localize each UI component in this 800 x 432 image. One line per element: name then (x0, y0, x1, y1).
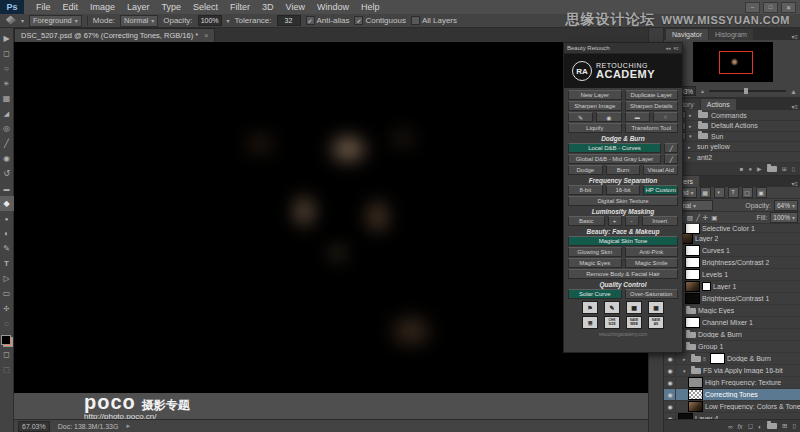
layer-mask-thumbnail[interactable] (685, 257, 700, 268)
dodge-button[interactable]: Dodge (568, 165, 603, 175)
layer-thumbnail[interactable] (688, 377, 703, 388)
foreground-color-swatch[interactable] (1, 335, 11, 345)
layer-thumbnail[interactable] (685, 281, 700, 292)
layers-fill-field[interactable]: 100% (770, 212, 798, 223)
layer-mask-thumbnail[interactable] (702, 282, 711, 291)
over-saturation-button[interactable]: Over-Saturation (625, 289, 679, 299)
visibility-eye-icon[interactable] (665, 401, 676, 412)
glowing-skin-button[interactable]: Glowing Skin (568, 247, 622, 257)
magic-smile-button[interactable]: Magic Smile (625, 258, 679, 268)
save-web-button[interactable]: SAVE WEB (626, 316, 642, 329)
layer-style-fx-icon[interactable] (738, 423, 743, 430)
delete-layer-icon[interactable] (792, 422, 796, 430)
tool-preset-caret-icon[interactable] (21, 16, 24, 25)
expander-icon[interactable] (683, 356, 689, 362)
screen-mode-button[interactable] (0, 362, 14, 377)
status-options-arrow-icon[interactable] (126, 422, 130, 430)
lock-move-icon[interactable] (703, 214, 708, 222)
panel-menu-icon[interactable] (674, 45, 679, 51)
stop-icon[interactable] (740, 166, 744, 172)
magical-skin-tone-button[interactable]: Magical Skin Tone (568, 236, 678, 246)
fs-16bit-button[interactable]: 16-bit (606, 185, 641, 195)
eraser-tool[interactable] (0, 181, 14, 196)
frame-check-button[interactable] (648, 301, 664, 314)
visibility-eye-icon[interactable] (665, 365, 676, 376)
anti-pink-button[interactable]: Anti-Pink (625, 247, 679, 257)
liquify-button[interactable]: Liquify (568, 123, 622, 133)
healing-brush-tool[interactable] (0, 121, 14, 136)
layer-group-row[interactable]: Dodge & Burn (664, 353, 800, 365)
zoom-tool[interactable] (0, 316, 14, 331)
magic-eyes-button[interactable]: Magic Eyes (568, 258, 622, 268)
history-brush-tool[interactable] (0, 166, 14, 181)
mode-dropdown[interactable]: Normal (120, 15, 158, 27)
expander-icon[interactable] (689, 133, 695, 139)
layer-mask-thumbnail[interactable] (685, 269, 700, 280)
menu-view[interactable]: View (280, 0, 311, 14)
lasso-tool-button[interactable] (653, 112, 678, 122)
paint-bucket-tool[interactable] (0, 196, 14, 211)
tab-histogram[interactable]: Histogram (709, 29, 753, 40)
layer-row-selected[interactable]: Correcting Tones (664, 389, 800, 401)
new-layer-button[interactable]: New Layer (568, 90, 622, 100)
image-check-button[interactable] (626, 301, 642, 314)
delete-icon[interactable] (792, 165, 795, 172)
layer-group-row[interactable]: Magic Eyes (664, 305, 800, 317)
type-tool[interactable] (0, 256, 14, 271)
move-tool[interactable] (0, 31, 14, 46)
brush-tool-button[interactable] (568, 112, 593, 122)
lum-plus-button[interactable]: + (608, 216, 622, 226)
new-action-icon[interactable] (782, 165, 787, 172)
document-tab[interactable]: DSC_5207.psd @ 67% (Correcting Tones, RG… (14, 28, 215, 42)
panel-menu-icon[interactable] (791, 103, 800, 110)
menu-image[interactable]: Image (84, 0, 121, 14)
menu-edit[interactable]: Edit (57, 0, 85, 14)
eyedropper-tool[interactable] (0, 106, 14, 121)
quick-mask-mode-button[interactable] (0, 347, 14, 362)
canvas[interactable] (14, 42, 648, 393)
hand-tool[interactable] (0, 301, 14, 316)
flatten-layers-button[interactable] (582, 316, 598, 329)
record-icon[interactable] (748, 166, 752, 172)
add-mask-icon[interactable] (748, 422, 753, 430)
navigator-view-rectangle[interactable] (719, 51, 753, 74)
zoom-in-mountain-icon[interactable]: ▲ (790, 88, 797, 95)
digital-skin-texture-button[interactable]: Digital Skin Texture (568, 196, 678, 206)
dodge-tool[interactable] (0, 226, 14, 241)
menu-3d[interactable]: 3D (256, 0, 280, 14)
menu-filter[interactable]: Filter (224, 0, 256, 14)
lock-all-icon[interactable] (711, 214, 717, 222)
tab-navigator[interactable]: Navigator (666, 29, 708, 40)
layer-thumbnail[interactable] (688, 389, 703, 400)
layer-row[interactable]: Brightness/Contrast 1 (664, 293, 800, 305)
lock-transparency-icon[interactable] (687, 214, 693, 222)
check-size-button[interactable]: CHK SIZE (604, 316, 620, 329)
sharpen-details-button[interactable]: Sharpen Details (625, 101, 679, 111)
filter-type-layers-icon[interactable] (728, 187, 739, 198)
layer-row[interactable]: Curves 1 (664, 245, 800, 257)
lasso-tool[interactable] (0, 61, 14, 76)
transform-tool-button[interactable]: Transform Tool (625, 123, 679, 133)
new-adjustment-layer-icon[interactable] (758, 423, 762, 430)
visibility-eye-icon[interactable] (665, 389, 676, 400)
lum-minus-button[interactable]: - (625, 216, 639, 226)
visibility-eye-icon[interactable] (665, 377, 676, 388)
layer-row[interactable]: Brightness/Contrast 2 (664, 257, 800, 269)
filter-adjustment-layers-icon[interactable] (714, 187, 725, 198)
new-set-folder-icon[interactable] (767, 166, 777, 172)
lum-basic-button[interactable]: Basic (568, 216, 605, 226)
action-set-row[interactable]: Default Actions (664, 121, 800, 131)
path-selection-tool[interactable] (0, 271, 14, 286)
panel-menu-icon[interactable] (791, 33, 800, 40)
menu-type[interactable]: Type (156, 0, 188, 14)
marquee-tool[interactable] (0, 46, 14, 61)
menu-layer[interactable]: Layer (121, 0, 156, 14)
fill-source-dropdown[interactable]: Foreground (29, 15, 82, 27)
expander-icon[interactable] (688, 144, 694, 150)
visual-aid-button[interactable]: Visual Aid (643, 165, 678, 175)
layer-group-row[interactable]: Group 1 (664, 341, 800, 353)
paint-bucket-tool-icon[interactable] (4, 16, 16, 26)
expander-icon[interactable] (689, 112, 695, 118)
pen-pressure-button[interactable] (604, 301, 620, 314)
layer-group-row[interactable]: FS via Apply Image 16-bit (664, 365, 800, 377)
